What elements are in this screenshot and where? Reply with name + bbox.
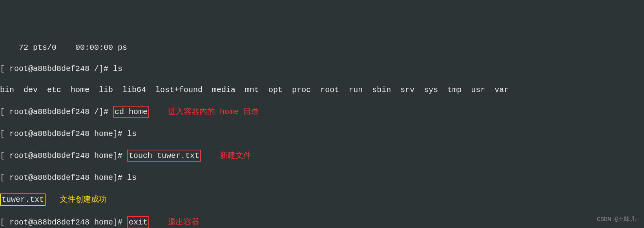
line-tuwer-txt: tuwer.txt 文件创建成功: [0, 194, 644, 206]
annotation-cd-home: 进入容器内的 home 目录: [168, 107, 259, 116]
cmd-exit: exit: [127, 216, 149, 228]
line-exit-cmd: [ root@a88bd8def248 home]# exit 退出容器: [0, 216, 644, 228]
line-cd-home: [ root@a88bd8def248 /]# cd home 进入容器内的 h…: [0, 106, 644, 118]
line-ls2: [ root@a88bd8def248 home]# ls: [0, 128, 644, 139]
annotation-touch: 新建文件: [220, 151, 251, 160]
line-ls3: [ root@a88bd8def248 home]# ls: [0, 172, 644, 183]
cmd-touch: touch tuwer.txt: [127, 150, 201, 162]
line-prompt-ls: [ root@a88bd8def248 /]# ls: [0, 63, 644, 74]
cmd-cd-home: cd home: [113, 106, 149, 118]
watermark: CSDN @土味儿~: [597, 214, 639, 225]
line-ps-output: 72 pts/0 00:00:00 ps: [0, 42, 644, 53]
line-touch: [ root@a88bd8def248 home]# touch tuwer.t…: [0, 150, 644, 162]
annotation-exit: 退出容器: [168, 218, 199, 227]
line-ls-output: bin dev etc home lib lib64 lost+found me…: [0, 85, 644, 95]
file-tuwer-txt: tuwer.txt: [0, 194, 46, 206]
annotation-file-created: 文件创建成功: [60, 195, 107, 204]
